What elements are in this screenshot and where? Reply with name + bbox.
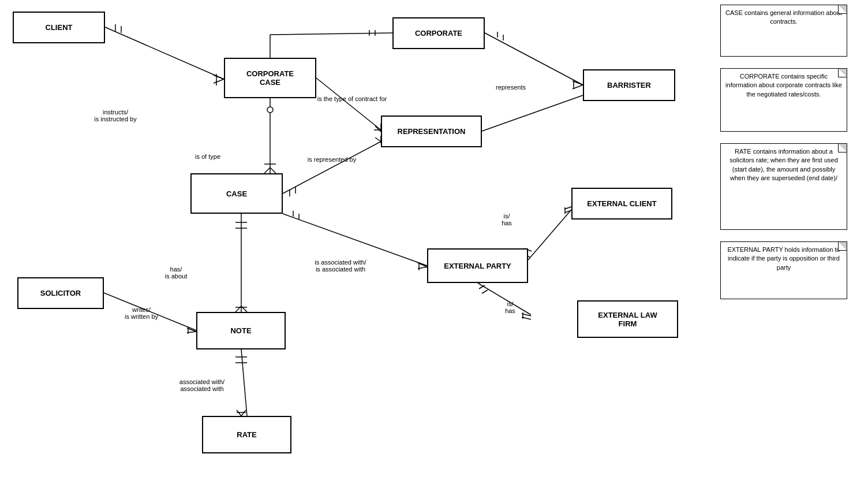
note-entity: NOTE	[196, 312, 286, 349]
solicitor-entity: SOLICITOR	[17, 277, 104, 309]
is-represented-by-label: is represented by	[289, 156, 375, 163]
instructs-label: instructs/is instructed by	[81, 109, 150, 122]
external-party-entity: EXTERNAL PARTY	[427, 248, 528, 283]
svg-line-63	[482, 290, 488, 293]
is-has-law-label: is/has	[493, 300, 527, 314]
representation-entity: REPRESENTATION	[381, 116, 482, 147]
svg-line-46	[187, 328, 196, 332]
external-law-firm-entity: EXTERNAL LAWFIRM	[577, 300, 678, 338]
barrister-entity: BARRISTER	[583, 69, 675, 101]
svg-line-4	[214, 79, 224, 83]
rate-note-box: RATE contains information about a solici…	[720, 143, 847, 230]
client-entity: CLIENT	[13, 12, 105, 43]
case-note-box: CASE contains general information about …	[720, 5, 847, 57]
represents-label: represents	[485, 84, 537, 91]
svg-point-7	[267, 107, 273, 113]
svg-line-52	[237, 410, 241, 416]
svg-line-31	[283, 214, 427, 266]
svg-line-49	[241, 349, 247, 416]
is-has-client-label: is/has	[489, 213, 524, 226]
svg-line-16	[375, 126, 381, 132]
has-is-about-label: has/is about	[153, 266, 199, 280]
svg-line-12	[270, 33, 392, 35]
svg-line-55	[528, 210, 571, 260]
svg-line-47	[187, 332, 196, 333]
svg-line-10	[270, 168, 276, 173]
corporate-note-box: CORPORATE contains specific information …	[720, 68, 847, 132]
external-party-note-box: EXTERNAL PARTY holds information to indi…	[720, 241, 847, 299]
erd-diagram: CLIENT CORPORATE CORPORATECASE BARRISTER…	[0, 0, 868, 480]
svg-line-26	[283, 142, 381, 194]
external-client-entity: EXTERNAL CLIENT	[571, 188, 672, 219]
is-type-contract-label: is the type of contract for	[306, 95, 398, 102]
svg-line-22	[573, 81, 583, 85]
svg-line-23	[573, 85, 583, 89]
corporate-entity: CORPORATE	[392, 17, 485, 49]
svg-line-41	[241, 306, 247, 312]
svg-line-25	[482, 95, 583, 131]
svg-line-58	[564, 207, 571, 209]
associated-rate-label: associated with/associated with	[164, 378, 240, 392]
svg-line-29	[375, 137, 381, 142]
svg-line-0	[105, 27, 224, 79]
case-entity: CASE	[190, 173, 283, 214]
is-of-type-label: is of type	[179, 153, 237, 160]
svg-line-3	[214, 75, 224, 79]
svg-line-19	[485, 33, 583, 85]
svg-line-34	[418, 263, 427, 267]
is-associated-with-label: is associated with/is associated with	[294, 259, 387, 273]
svg-line-65	[522, 317, 531, 319]
svg-line-35	[418, 267, 427, 269]
rate-entity: RATE	[202, 416, 291, 453]
svg-line-53	[241, 410, 246, 416]
svg-line-62	[479, 285, 485, 289]
corporate-case-entity: CORPORATECASE	[224, 58, 316, 98]
svg-line-15	[316, 78, 381, 130]
svg-line-9	[264, 168, 270, 173]
writes-label: writes/is written by	[107, 306, 176, 320]
svg-line-40	[235, 306, 241, 312]
